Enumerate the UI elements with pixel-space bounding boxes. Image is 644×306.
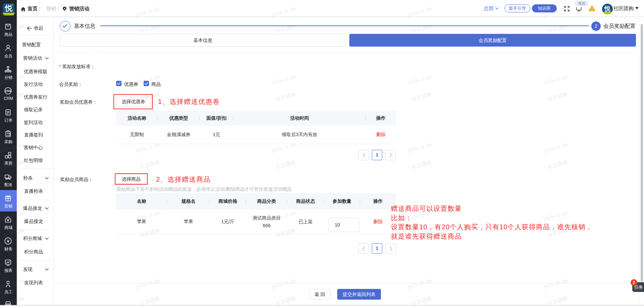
svg-text:¥: ¥ — [6, 239, 9, 244]
svg-text:CRM: CRM — [5, 89, 11, 93]
